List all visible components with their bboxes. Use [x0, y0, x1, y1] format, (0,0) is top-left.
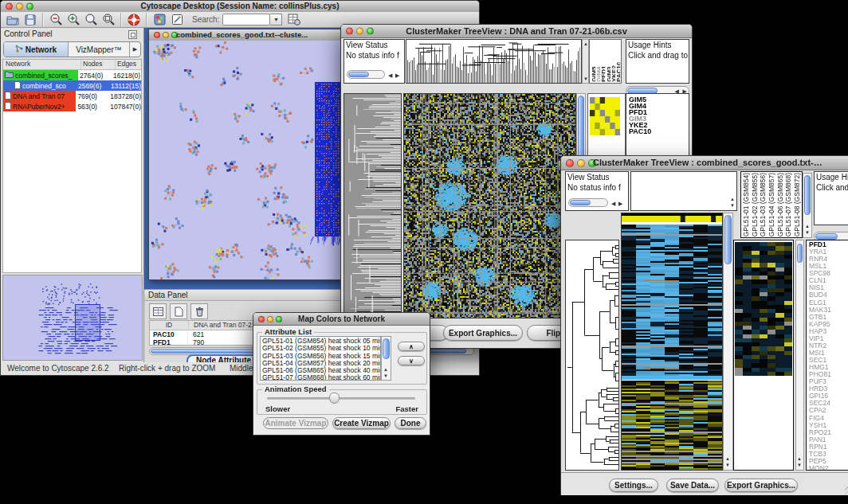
- move-down-button[interactable]: ∨: [398, 356, 425, 365]
- attribute-browser-icon[interactable]: [285, 12, 303, 28]
- help-lifering-icon[interactable]: [125, 12, 143, 28]
- resize-grip[interactable]: [845, 485, 848, 494]
- save-icon[interactable]: [22, 12, 39, 28]
- scroll-up-icon[interactable]: ▲: [725, 455, 730, 462]
- open-file-icon[interactable]: [4, 12, 22, 28]
- col-header-nodes[interactable]: Nodes: [81, 60, 116, 69]
- tv2-save-data-button[interactable]: Save Data...: [666, 479, 719, 492]
- tv1-global-heatmap[interactable]: [403, 93, 576, 318]
- create-vizmap-button[interactable]: Create Vizmap: [332, 417, 391, 429]
- tv2-column-dendrogram[interactable]: ▲ ▼: [630, 171, 737, 211]
- column-label[interactable]: GPL51-01 (GSM854): [742, 173, 750, 236]
- scroll-left-icon[interactable]: ◀: [388, 72, 392, 79]
- select-attributes-icon[interactable]: [149, 303, 167, 319]
- minimize-button[interactable]: [356, 28, 363, 35]
- done-button[interactable]: Done: [395, 417, 426, 429]
- move-up-button[interactable]: ∧: [398, 342, 425, 351]
- animation-slider-thumb[interactable]: [329, 393, 340, 404]
- tab-overflow-button[interactable]: ▶: [130, 42, 140, 57]
- animate-vizmap-button[interactable]: Animate Vizmap: [263, 417, 328, 429]
- tv1-tree-scroll-strip[interactable]: ▲ ▼: [582, 39, 589, 84]
- minimize-button[interactable]: [16, 3, 23, 10]
- scroll-left-icon[interactable]: ◀: [611, 201, 615, 207]
- attribute-list-vscrollbar[interactable]: ▲ ▼: [381, 336, 391, 381]
- col-header-edges[interactable]: Edges: [116, 60, 141, 69]
- zoom-in-icon[interactable]: [65, 12, 82, 28]
- scroll-up-icon[interactable]: ▲: [730, 196, 735, 202]
- row-label[interactable]: PAC10: [629, 128, 651, 135]
- column-label[interactable]: GIM3: [606, 66, 610, 82]
- float-panel-icon[interactable]: [128, 30, 137, 39]
- tv1-row-dendrogram[interactable]: [344, 93, 402, 318]
- vizmapper-shortcut-icon[interactable]: [151, 12, 168, 28]
- scroll-down-icon[interactable]: ▼: [805, 229, 810, 236]
- column-label[interactable]: GPL51-02 (GSM855): [751, 173, 759, 236]
- attribute-list[interactable]: GPL51-01 (GSM854) heat shock 05 minGPL51…: [260, 336, 381, 381]
- tv2-labels-vscrollbar[interactable]: ▲ ▼: [803, 173, 812, 238]
- tv1-column-labels[interactable]: GIM5GIM4PFD1GIM3YKE2PAC10: [589, 39, 622, 84]
- tv2-global-heatmap[interactable]: [621, 213, 723, 471]
- scroll-down-icon[interactable]: ▼: [725, 462, 730, 468]
- attribute-list-item[interactable]: GPL51-07 (GSM868) heat shock 60 min: [262, 374, 380, 381]
- zoom-window-button[interactable]: [276, 316, 282, 322]
- close-button[interactable]: [6, 3, 13, 10]
- tv1-status-hscrollbar[interactable]: [347, 70, 385, 79]
- close-button[interactable]: [566, 159, 574, 167]
- network-table-row[interactable]: combined_scores_2764(0)16218(0): [3, 70, 141, 80]
- dp-col-id[interactable]: ID: [150, 321, 189, 330]
- close-button[interactable]: [346, 28, 353, 35]
- tv2-row-labels[interactable]: PFD1YRA1RNR4MSL1SPC98CLN1NIS1BUD4ELG1MAK…: [806, 240, 848, 471]
- scroll-down-icon[interactable]: ▼: [797, 462, 802, 468]
- scroll-up-icon[interactable]: ▲: [383, 366, 388, 373]
- zoom-fit-icon[interactable]: [100, 12, 117, 28]
- tv2-zoom-vscrollbar[interactable]: ▲ ▼: [795, 240, 804, 471]
- scroll-up-icon[interactable]: ▲: [583, 41, 588, 47]
- tv2-column-labels[interactable]: GPL51-01 (GSM854)GPL51-02 (GSM855)GPL51-…: [740, 171, 803, 238]
- column-label[interactable]: GPL51-03 (GSM856): [759, 173, 767, 236]
- tv1-column-dendrogram[interactable]: [406, 39, 582, 84]
- frame-close-button[interactable]: [154, 32, 160, 38]
- column-label[interactable]: GPL51-06 (GSM865): [776, 173, 784, 236]
- tv2-row-dendrogram[interactable]: [565, 240, 619, 471]
- col-header-network[interactable]: Network: [3, 60, 81, 69]
- minimize-button[interactable]: [267, 316, 273, 322]
- tv2-heatmap-vscrollbar[interactable]: ▲ ▼: [723, 213, 733, 471]
- network-table-row[interactable]: RNAPuberNov2+563(0)107847(0): [3, 101, 141, 111]
- scroll-up-icon[interactable]: ▲: [805, 223, 810, 229]
- frame-minimize-button[interactable]: [163, 32, 169, 38]
- scroll-down-icon[interactable]: ▼: [583, 76, 588, 82]
- animation-slider-track[interactable]: [267, 397, 415, 400]
- delete-attribute-icon[interactable]: [190, 303, 208, 319]
- scroll-down-icon[interactable]: ▼: [383, 373, 388, 379]
- tab-vizmapper[interactable]: VizMapper™: [69, 42, 130, 57]
- scroll-right-icon[interactable]: ▶: [395, 72, 399, 79]
- tv2-settings-button[interactable]: Settings...: [609, 479, 658, 492]
- scroll-down-icon[interactable]: ▼: [730, 202, 735, 209]
- minimize-button[interactable]: [577, 159, 585, 167]
- new-attribute-icon[interactable]: [170, 303, 187, 319]
- zoom-out-icon[interactable]: [47, 12, 65, 28]
- tab-network[interactable]: Network: [4, 42, 69, 57]
- column-label[interactable]: GPL51-07 (GSM868): [784, 173, 792, 236]
- annotation-icon[interactable]: [168, 12, 186, 28]
- network-canvas[interactable]: [149, 41, 344, 279]
- scroll-right-icon[interactable]: ▶: [618, 201, 622, 207]
- column-label[interactable]: GPL51-08 (GSM872): [793, 173, 801, 236]
- tv2-status-hscrollbar[interactable]: [568, 198, 608, 207]
- search-input[interactable]: [222, 14, 270, 25]
- network-table-row[interactable]: DNA and Tran 07769(0)183728(0): [3, 91, 141, 101]
- search-dropdown-button[interactable]: ▼: [270, 14, 282, 25]
- scroll-up-icon[interactable]: ▲: [797, 455, 802, 462]
- column-label[interactable]: YKE2: [610, 65, 615, 82]
- row-label[interactable]: MON2: [809, 465, 831, 471]
- birdseye-view[interactable]: [2, 275, 143, 361]
- column-label[interactable]: GPL51-04 (GSM857): [768, 173, 775, 236]
- tv1-export-graphics-button[interactable]: Export Graphics...: [443, 325, 523, 341]
- column-label[interactable]: PFD1: [600, 66, 605, 82]
- tv2-zoom-panel[interactable]: [733, 240, 794, 471]
- zoom-actual-icon[interactable]: [82, 12, 100, 28]
- close-button[interactable]: [258, 316, 265, 322]
- column-label[interactable]: PAC10: [615, 62, 620, 82]
- tv2-export-graphics-button[interactable]: Export Graphics...: [724, 479, 798, 492]
- network-table-row[interactable]: combined_sco2569(6)13112(15): [3, 80, 141, 91]
